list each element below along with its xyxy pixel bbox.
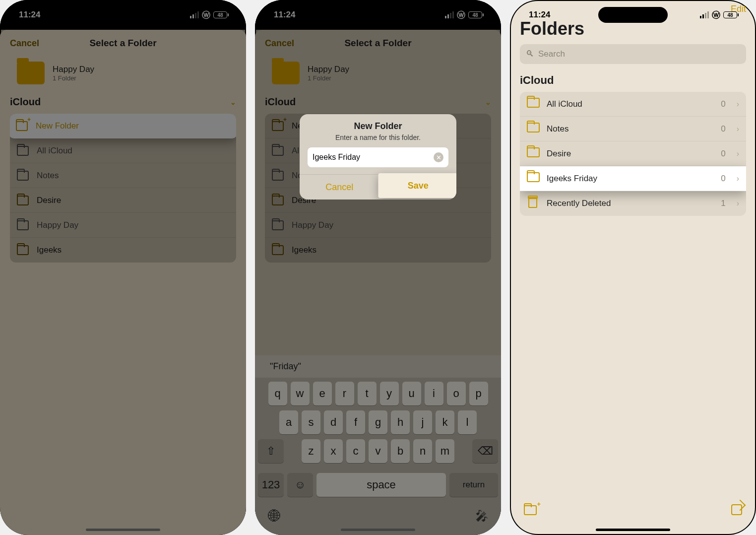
folder-label: Desire (37, 196, 229, 205)
compose-icon (731, 504, 742, 515)
folder-count: 1 (721, 199, 725, 208)
status-bar: 11:24 ⓦ︎ 48 (255, 0, 501, 30)
folder-row[interactable]: Notes0› (520, 117, 746, 141)
home-indicator[interactable] (596, 529, 670, 531)
dictation-icon[interactable]: 🎤︎ (475, 509, 488, 524)
dialog-save-button[interactable]: Save (378, 173, 457, 198)
folder-row: Happy Day (10, 213, 236, 238)
search-field[interactable]: 🔍︎ Search (520, 44, 746, 64)
shift-key[interactable]: ⇧ (258, 439, 284, 463)
new-folder-button[interactable] (524, 503, 537, 519)
key-s[interactable]: s (302, 410, 320, 434)
status-time: 11:24 (529, 10, 550, 20)
status-time: 11:24 (274, 10, 295, 20)
key-j[interactable]: j (413, 410, 432, 434)
key-q[interactable]: q (268, 382, 287, 405)
key-l[interactable]: l (458, 410, 477, 434)
folder-row[interactable]: New Folder (10, 114, 236, 138)
key-i[interactable]: i (425, 382, 443, 405)
key-b[interactable]: b (391, 439, 410, 463)
key-a[interactable]: a (279, 410, 298, 434)
emoji-key[interactable]: ☺ (287, 473, 313, 497)
key-o[interactable]: o (447, 382, 466, 405)
search-icon: 🔍︎ (526, 49, 534, 59)
key-r[interactable]: r (335, 382, 354, 405)
space-key[interactable]: space (316, 473, 446, 497)
key-w[interactable]: w (291, 382, 310, 405)
key-t[interactable]: t (358, 382, 377, 405)
folder-label: Happy Day (292, 220, 484, 230)
cellular-icon (700, 11, 709, 18)
key-z[interactable]: z (302, 439, 320, 463)
new-folder-dialog: New Folder Enter a name for this folder.… (300, 114, 456, 200)
key-n[interactable]: n (413, 439, 432, 463)
section-header: iCloud (520, 74, 746, 87)
cellular-icon (190, 11, 199, 18)
destination-name: Happy Day (53, 65, 94, 74)
folder-label: Happy Day (37, 220, 229, 230)
folder-row[interactable]: Igeeks Friday0› (520, 166, 746, 191)
dialog-cancel-button[interactable]: Cancel (300, 175, 379, 200)
cancel-button[interactable]: Cancel (10, 38, 39, 49)
key-g[interactable]: g (369, 410, 387, 434)
notch (88, 7, 158, 23)
folder-icon (272, 220, 284, 230)
folder-icon (17, 196, 29, 205)
notch (598, 7, 668, 23)
key-y[interactable]: y (380, 382, 399, 405)
destination-subtitle: 1 Folder (308, 74, 349, 82)
keyboard[interactable]: "Friday" qwertyuiop asdfghjkl ⇧ zxcvbnm … (255, 355, 501, 535)
folder-row[interactable]: All iCloud0› (520, 92, 746, 117)
home-indicator[interactable] (341, 529, 415, 531)
folder-icon (16, 121, 28, 131)
keyboard-suggestion[interactable]: "Friday" (255, 355, 501, 378)
notch (343, 7, 413, 23)
key-e[interactable]: e (313, 382, 332, 405)
wifi-icon: ⓦ︎ (457, 9, 465, 21)
folder-label: Igeeks (292, 245, 484, 255)
battery-icon: 48 (468, 11, 482, 18)
status-time: 11:24 (19, 10, 40, 20)
screenshot-1: 11:24 ⓦ︎ 48 Cancel Select a Folder Happy… (0, 0, 246, 535)
cancel-button[interactable]: Cancel (265, 38, 294, 49)
folder-icon (17, 220, 29, 230)
return-key[interactable]: return (449, 473, 498, 497)
folder-icon (272, 121, 284, 131)
folder-count: 0 (721, 174, 725, 184)
key-p[interactable]: p (469, 382, 488, 405)
numbers-key[interactable]: 123 (258, 473, 284, 497)
battery-icon: 48 (723, 11, 737, 18)
globe-icon[interactable]: 🌐︎ (268, 509, 281, 524)
folder-name-input[interactable] (313, 153, 434, 162)
folder-row[interactable]: Igeeks (10, 238, 236, 263)
wifi-icon: ⓦ︎ (202, 9, 210, 21)
key-v[interactable]: v (369, 439, 387, 463)
folder-name-field[interactable]: ✕ (308, 147, 448, 167)
folder-icon (272, 245, 284, 255)
folder-label: Igeeks Friday (547, 174, 713, 184)
status-right: ⓦ︎ 48 (445, 9, 482, 21)
key-u[interactable]: u (402, 382, 421, 405)
folder-row[interactable]: Recently Deleted1› (520, 191, 746, 216)
key-k[interactable]: k (436, 410, 454, 434)
folder-row: Igeeks (265, 238, 491, 263)
key-m[interactable]: m (436, 439, 454, 463)
folder-plus-icon (524, 505, 537, 515)
home-indicator[interactable] (86, 529, 160, 531)
key-x[interactable]: x (324, 439, 343, 463)
key-c[interactable]: c (346, 439, 365, 463)
folder-label: Igeeks (37, 245, 229, 255)
chevron-right-icon: › (737, 100, 739, 109)
folder-row[interactable]: Desire (10, 188, 236, 213)
backspace-key[interactable]: ⌫ (472, 439, 498, 463)
section-header[interactable]: iCloud ⌄ (0, 92, 246, 114)
folder-row[interactable]: Desire0› (520, 141, 746, 166)
compose-button[interactable] (731, 503, 742, 519)
folder-icon (17, 146, 29, 156)
folder-icon (527, 172, 539, 185)
clear-icon[interactable]: ✕ (434, 152, 443, 162)
wifi-icon: ⓦ︎ (712, 9, 720, 21)
key-h[interactable]: h (391, 410, 410, 434)
key-f[interactable]: f (346, 410, 365, 434)
key-d[interactable]: d (324, 410, 343, 434)
